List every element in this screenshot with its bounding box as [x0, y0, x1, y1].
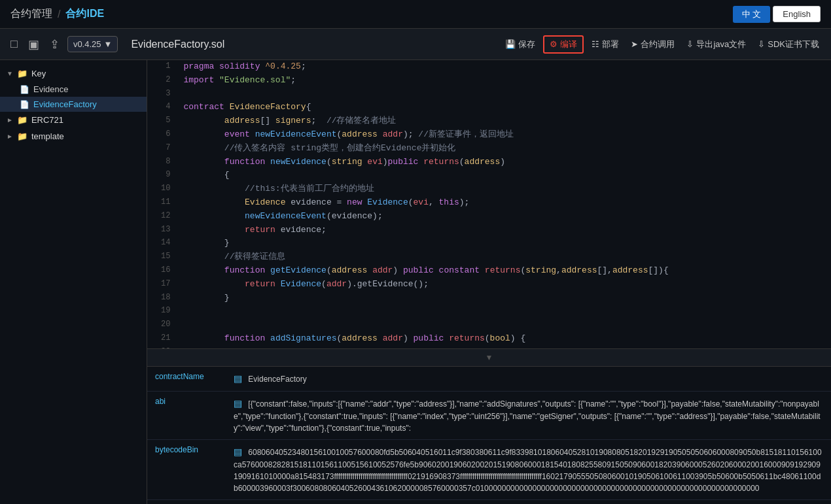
sdk-download-button[interactable]: ⇩ SDK证书下载	[754, 36, 823, 53]
line-content	[178, 88, 831, 101]
line-content: }	[178, 292, 831, 305]
deploy-icon: ☷	[592, 39, 599, 49]
table-row: 14 }	[147, 237, 831, 250]
contract-call-button[interactable]: ➤ 合约调用	[627, 36, 679, 53]
table-row: 19	[147, 305, 831, 318]
copy-icon[interactable]: ▤	[234, 373, 242, 384]
chevron-down-icon: ▼	[104, 39, 113, 49]
line-content	[178, 318, 831, 332]
lang-zh-button[interactable]: 中 文	[733, 6, 771, 23]
bytecodebin-key: bytecodeBin	[147, 440, 226, 500]
line-number: 4	[147, 101, 178, 114]
new-folder-button[interactable]: ▣	[26, 35, 42, 54]
table-row: abi ▤ [{"constant":false,"inputs":[{"nam…	[147, 392, 831, 440]
bottom-panel: contractName ▤ EvidenceFactory abi ▤ [{"…	[147, 367, 831, 504]
line-content: pragma solidity ^0.4.25;	[178, 60, 831, 74]
line-content: contract EvidenceFactory{	[178, 101, 831, 114]
sidebar-file-evidence-label: Evidence	[33, 84, 68, 94]
line-number: 8	[147, 156, 178, 169]
line-content: Evidence evidence = new Evidence(evi, th…	[178, 196, 831, 210]
chevron-right-icon: ►	[7, 116, 13, 124]
code-table: 1 pragma solidity ^0.4.25; 2 import "Evi…	[147, 60, 831, 348]
folder-template-icon: 📁	[17, 131, 27, 141]
sidebar-file-evidence-factory[interactable]: 📄 EvidenceFactory	[0, 97, 147, 112]
sidebar-folder-erc721[interactable]: ► 📁 ERC721	[0, 112, 147, 128]
table-row: 12 newEvidenceEvent(evidence);	[147, 210, 831, 224]
content-area: 1 pragma solidity ^0.4.25; 2 import "Evi…	[147, 60, 831, 504]
main-layout: ▼ 📁 Key 📄 Evidence 📄 EvidenceFactory ► 📁…	[0, 60, 831, 504]
new-file-button[interactable]: □	[8, 35, 20, 54]
line-number: 10	[147, 182, 178, 196]
table-row: 21 function addSignatures(address addr) …	[147, 332, 831, 346]
upload-button[interactable]: ⇪	[47, 35, 62, 54]
copy-icon[interactable]: ▤	[234, 446, 242, 457]
panel-divider[interactable]: ▼	[147, 348, 831, 367]
chevron-down-icon: ▼	[7, 70, 13, 77]
table-row: 6 event newEvidenceEvent(address addr); …	[147, 128, 831, 142]
line-content: function addSignatures(address addr) pub…	[178, 332, 831, 346]
save-button[interactable]: 💾 保存	[501, 36, 539, 53]
breadcrumb-part2: 合约IDE	[65, 7, 104, 21]
abi-value: ▤ [{"constant":false,"inputs":[{"name":"…	[226, 392, 831, 440]
file-icon: 📄	[20, 100, 29, 109]
sidebar-file-evidence-factory-label: EvidenceFactory	[33, 99, 97, 109]
call-icon: ➤	[631, 39, 638, 49]
line-content: //this:代表当前工厂合约的地址	[178, 182, 831, 196]
sidebar-folder-key[interactable]: ▼ 📁 Key	[0, 65, 147, 82]
compile-button[interactable]: ⚙ 编译	[543, 35, 584, 54]
filename: EvidenceFactory.sol	[131, 39, 493, 50]
sidebar-folder-erc721-label: ERC721	[31, 115, 63, 125]
line-number: 21	[147, 332, 178, 346]
table-row: bytecodeBin ▤ 60806040523480156100100576…	[147, 440, 831, 500]
line-number: 11	[147, 196, 178, 210]
table-row: 4 contract EvidenceFactory{	[147, 101, 831, 114]
table-row: 15 //获得签证信息	[147, 250, 831, 264]
language-switcher: 中 文 English	[733, 6, 821, 23]
line-content: return evidence;	[178, 224, 831, 237]
table-row: 1 pragma solidity ^0.4.25;	[147, 60, 831, 74]
line-number: 18	[147, 292, 178, 305]
sidebar-file-evidence[interactable]: 📄 Evidence	[0, 82, 147, 97]
line-number: 15	[147, 250, 178, 264]
line-content: newEvidenceEvent(evidence);	[178, 210, 831, 224]
line-number: 12	[147, 210, 178, 224]
deploy-button[interactable]: ☷ 部署	[588, 36, 623, 53]
chevron-down-icon: ▼	[486, 353, 493, 362]
line-content: import "Evidence.sol";	[178, 74, 831, 88]
table-row: 9 {	[147, 169, 831, 182]
table-row: 20	[147, 318, 831, 332]
version-selector[interactable]: v0.4.25 ▼	[67, 36, 118, 52]
line-number: 16	[147, 264, 178, 278]
chevron-right-icon: ►	[7, 133, 13, 140]
line-number: 3	[147, 88, 178, 101]
table-row: contractName ▤ EvidenceFactory	[147, 367, 831, 392]
line-content: address[] signers; //存储签名者地址	[178, 114, 831, 128]
copy-icon[interactable]: ▤	[234, 398, 242, 409]
line-content: event newEvidenceEvent(address addr); //…	[178, 128, 831, 142]
bottom-info-table: contractName ▤ EvidenceFactory abi ▤ [{"…	[147, 367, 831, 500]
bytecodebin-value: ▤ 6080604052348015610010057600080fd5b506…	[226, 440, 831, 500]
code-editor[interactable]: 1 pragma solidity ^0.4.25; 2 import "Evi…	[147, 60, 831, 348]
contract-name-key: contractName	[147, 367, 226, 392]
export-java-button[interactable]: ⇩ 导出java文件	[682, 36, 750, 53]
sidebar: ▼ 📁 Key 📄 Evidence 📄 EvidenceFactory ► 📁…	[0, 60, 147, 504]
line-number: 7	[147, 142, 178, 156]
table-row: 7 //传入签名内容 string类型，创建合约Evidence并初始化	[147, 142, 831, 156]
line-number: 19	[147, 305, 178, 318]
sdk-icon: ⇩	[758, 39, 765, 49]
table-row: 8 function newEvidence(string evi)public…	[147, 156, 831, 169]
line-number: 20	[147, 318, 178, 332]
line-number: 2	[147, 74, 178, 88]
toolbar-actions: 💾 保存 ⚙ 编译 ☷ 部署 ➤ 合约调用 ⇩ 导出java文件 ⇩ SDK证书…	[501, 35, 823, 54]
folder-key-icon: 📁	[17, 69, 27, 78]
table-row: 11 Evidence evidence = new Evidence(evi,…	[147, 196, 831, 210]
lang-en-button[interactable]: English	[773, 6, 821, 22]
line-number: 9	[147, 169, 178, 182]
sidebar-folder-key-label: Key	[31, 69, 46, 78]
line-content: function getEvidence(address addr) publi…	[178, 264, 831, 278]
sidebar-folder-template[interactable]: ► 📁 template	[0, 128, 147, 144]
save-icon: 💾	[505, 39, 516, 49]
line-number: 1	[147, 60, 178, 74]
line-content: {	[178, 169, 831, 182]
table-row: 5 address[] signers; //存储签名者地址	[147, 114, 831, 128]
